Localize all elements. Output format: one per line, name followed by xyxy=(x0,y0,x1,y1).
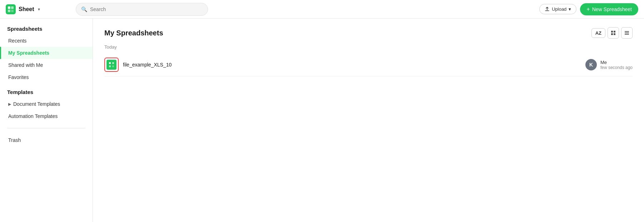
sidebar-item-label: Document Templates xyxy=(13,101,60,107)
sidebar-item-label: Trash xyxy=(8,137,21,143)
sidebar-section-spreadsheets: Spreadsheets xyxy=(0,26,93,35)
content-area: My Spreadsheets AZ xyxy=(93,19,644,222)
grid-view-button[interactable] xyxy=(608,27,619,39)
sidebar: Spreadsheets Recents My Spreadsheets Sha… xyxy=(0,19,93,222)
sidebar-item-recents[interactable]: Recents xyxy=(0,35,93,47)
svg-rect-12 xyxy=(112,62,114,64)
sidebar-item-label: Automation Templates xyxy=(8,113,58,119)
upload-chevron-icon: ▾ xyxy=(569,6,571,12)
list-view-button[interactable] xyxy=(621,27,633,39)
upload-icon xyxy=(545,7,550,12)
sidebar-item-trash[interactable]: Trash xyxy=(0,134,93,146)
sidebar-item-label: Favorites xyxy=(8,74,29,80)
sidebar-section-templates: Templates xyxy=(0,89,93,98)
svg-rect-14 xyxy=(112,65,114,67)
svg-rect-7 xyxy=(614,33,615,35)
sort-button[interactable]: AZ xyxy=(591,28,605,38)
main-layout: Spreadsheets Recents My Spreadsheets Sha… xyxy=(0,19,644,222)
svg-rect-2 xyxy=(8,10,10,12)
avatar: K xyxy=(585,59,597,70)
chevron-right-icon: ▶ xyxy=(8,102,11,107)
svg-rect-3 xyxy=(11,10,14,12)
svg-rect-1 xyxy=(11,6,14,9)
svg-rect-9 xyxy=(625,33,629,33)
app-name: Sheet xyxy=(19,6,34,13)
logo-icon xyxy=(6,4,16,14)
list-icon xyxy=(624,30,629,35)
svg-rect-8 xyxy=(625,31,629,32)
grid-icon xyxy=(611,30,616,35)
file-name: file_example_XLS_10 xyxy=(123,62,585,68)
content-header: My Spreadsheets AZ xyxy=(104,27,633,39)
svg-rect-11 xyxy=(109,62,111,64)
svg-rect-13 xyxy=(109,65,111,67)
sidebar-item-label: Shared with Me xyxy=(8,62,43,68)
topbar: Sheet ▾ 🔍 Upload ▾ + New Spreadsheet xyxy=(0,0,644,19)
spreadsheet-file-icon xyxy=(106,60,117,70)
sidebar-divider xyxy=(7,128,85,128)
sidebar-item-favorites[interactable]: Favorites xyxy=(0,71,93,83)
sidebar-item-automation-templates[interactable]: Automation Templates xyxy=(0,110,93,122)
svg-rect-5 xyxy=(614,31,615,33)
search-bar[interactable]: 🔍 xyxy=(76,3,208,16)
upload-button[interactable]: Upload ▾ xyxy=(539,4,576,14)
svg-rect-0 xyxy=(8,6,10,9)
app-chevron-icon: ▾ xyxy=(38,7,40,12)
sidebar-item-my-spreadsheets[interactable]: My Spreadsheets xyxy=(0,47,93,59)
new-spreadsheet-button[interactable]: + New Spreadsheet xyxy=(580,3,638,15)
sidebar-item-label: Recents xyxy=(8,38,26,44)
view-controls: AZ xyxy=(591,27,633,39)
topbar-actions: Upload ▾ + New Spreadsheet xyxy=(539,3,638,15)
app-logo[interactable]: Sheet ▾ xyxy=(6,4,70,14)
date-group-label: Today xyxy=(104,44,633,50)
file-owner-info: Me few seconds ago xyxy=(600,60,633,70)
sidebar-item-shared-with-me[interactable]: Shared with Me xyxy=(0,59,93,71)
page-title: My Spreadsheets xyxy=(104,29,163,37)
file-owner-name: Me xyxy=(600,60,633,65)
search-icon: 🔍 xyxy=(81,6,87,12)
svg-rect-4 xyxy=(611,31,613,33)
table-row[interactable]: file_example_XLS_10 K Me few seconds ago xyxy=(104,53,633,77)
sidebar-item-label: My Spreadsheets xyxy=(8,50,49,56)
svg-rect-10 xyxy=(625,34,629,35)
file-icon-container xyxy=(104,58,119,72)
svg-rect-6 xyxy=(611,33,613,35)
sidebar-item-document-templates[interactable]: ▶ Document Templates xyxy=(0,98,93,110)
search-input[interactable] xyxy=(90,6,203,12)
file-meta: K Me few seconds ago xyxy=(585,59,633,70)
plus-icon: + xyxy=(586,6,590,13)
file-modified-time: few seconds ago xyxy=(600,65,633,70)
